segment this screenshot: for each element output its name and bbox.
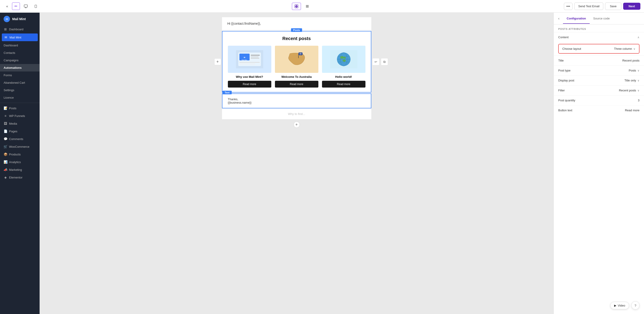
post-type-row[interactable]: Post type Posts ∨ — [554, 66, 644, 75]
video-label: Video — [618, 304, 625, 307]
sidebar-item-campaigns[interactable]: Campaigns — [0, 56, 40, 64]
svg-rect-21 — [240, 62, 260, 63]
help-button[interactable]: ? — [631, 301, 640, 310]
undo-button[interactable]: ↩ — [372, 58, 380, 66]
desktop-button[interactable] — [21, 3, 30, 10]
svg-rect-19 — [251, 56, 259, 57]
add-block-button[interactable]: + — [294, 122, 300, 128]
post-read-more-3[interactable]: Read more — [322, 81, 366, 88]
more-options-button[interactable]: ••• — [564, 3, 573, 10]
toolbar-right: ••• Send Test Email Save Next — [564, 2, 640, 10]
sidebar-item-analytics[interactable]: 📊 Analytics — [0, 158, 40, 166]
main-layout: ✉ Mail Mint ⊞ Dashboard ✉ Mail Mint Dash… — [0, 13, 644, 314]
pencil-button[interactable]: ✏ — [12, 2, 20, 10]
sidebar-item-wpfunnels[interactable]: ≡ WP Funnels — [0, 112, 40, 120]
post-quantity-row: Post quantity 3 — [554, 95, 644, 105]
posts-block-label: Posts — [291, 28, 302, 32]
sidebar-item-contacts[interactable]: Contacts — [0, 49, 40, 56]
sidebar-item-marketing[interactable]: 📣 Marketing — [0, 166, 40, 174]
copy-button[interactable]: ⧉ — [381, 58, 388, 66]
email-greeting: Hi {{contact.firstName}}, — [228, 22, 366, 25]
title-value: Recent posts — [622, 59, 640, 62]
text-content-line2: {{business.name}} — [228, 101, 366, 104]
editor-scroll: Hi {{contact.firstName}}, Posts + ↩ ⧉ Re… — [40, 13, 554, 134]
comments-icon: 💬 — [4, 137, 7, 141]
send-test-email-button[interactable]: Send Test Email — [574, 2, 603, 10]
display-post-row[interactable]: Display post Title only ∨ — [554, 75, 644, 85]
text-view-button[interactable] — [303, 3, 312, 10]
app-icon: ✉ — [4, 16, 10, 22]
app-icon-symbol: ✉ — [6, 18, 8, 21]
tab-configuration[interactable]: Configuration — [563, 14, 590, 24]
panel-back-button[interactable]: ‹ — [557, 16, 560, 22]
post-card-title-2: Welcome To Australia — [281, 75, 312, 78]
sidebar-item-products[interactable]: 📦 Products — [0, 150, 40, 158]
editor-area[interactable]: Hi {{contact.firstName}}, Posts + ↩ ⧉ Re… — [40, 13, 554, 314]
svg-rect-3 — [35, 5, 37, 8]
posts-block[interactable]: Posts + ↩ ⧉ Recent posts — [222, 31, 371, 92]
filter-chevron-icon: ∨ — [638, 89, 640, 92]
block-actions-right: ↩ ⧉ — [372, 58, 388, 66]
svg-rect-0 — [24, 5, 28, 7]
sidebar-item-media[interactable]: 🖼 Media — [0, 120, 40, 127]
sidebar-item-woocommerce[interactable]: 🛒 WooCommerce — [0, 143, 40, 150]
post-quantity-value: 3 — [638, 99, 640, 102]
button-text-value: Read more — [625, 108, 640, 112]
add-block-left-button[interactable]: + — [214, 58, 221, 65]
save-button[interactable]: Save — [605, 2, 621, 10]
woocommerce-icon: 🛒 — [4, 145, 7, 148]
content-label: Content — [558, 36, 569, 39]
display-post-value-text: Title only — [624, 79, 636, 82]
choose-layout-row[interactable]: Choose layout Three column ∨ — [558, 44, 640, 54]
sidebar-item-comments[interactable]: 💬 Comments — [0, 135, 40, 143]
filter-value: Recent posts ∨ — [619, 89, 640, 92]
media-icon: 🖼 — [4, 122, 7, 125]
sidebar-item-dashboard-main[interactable]: ⊞ Dashboard — [0, 25, 40, 33]
toolbar-center — [42, 3, 562, 10]
app-name: Mail Mint — [12, 17, 26, 21]
video-button[interactable]: ▶ Video — [610, 302, 629, 309]
sidebar-item-elementor[interactable]: ◈ Elementor — [0, 174, 40, 181]
top-toolbar: « ✏ ••• Send Test Email Save Next — [0, 0, 644, 13]
sidebar-item-dashboard-sub[interactable]: Dashboard — [0, 42, 40, 49]
filter-row[interactable]: Filter Recent posts ∨ — [554, 85, 644, 95]
pages-icon: 📄 — [4, 130, 7, 133]
content-section-header[interactable]: Content ∧ — [554, 32, 644, 42]
title-row: Title Recent posts — [554, 56, 644, 66]
post-read-more-2[interactable]: Read more — [275, 81, 318, 88]
post-image-2 — [275, 46, 318, 73]
grid-view-button[interactable] — [292, 3, 301, 10]
sidebar-item-mailmint[interactable]: ✉ Mail Mint — [2, 34, 38, 41]
products-icon: 📦 — [4, 152, 7, 156]
back-button[interactable]: « — [4, 3, 11, 10]
sidebar-item-licence[interactable]: Licence — [0, 94, 40, 101]
sidebar-item-settings[interactable]: Settings — [0, 86, 40, 94]
choose-layout-value-text: Three column — [614, 47, 632, 50]
hint-block: Why to find... — [222, 108, 371, 119]
video-play-icon: ▶ — [614, 304, 616, 307]
filter-label: Filter — [558, 89, 565, 92]
sidebar-item-automations[interactable]: Automations — [0, 64, 40, 72]
filter-value-text: Recent posts — [619, 89, 636, 92]
posts-block-inner: Recent posts ✉ Ma — [222, 32, 371, 92]
sidebar: ✉ Mail Mint ⊞ Dashboard ✉ Mail Mint Dash… — [0, 13, 40, 314]
post-card-1: ✉ Mail Mint Why use Mai — [228, 46, 271, 88]
tab-source-code[interactable]: Source code — [590, 14, 614, 24]
sidebar-divider — [0, 103, 40, 103]
sidebar-item-forms[interactable]: Forms — [0, 72, 40, 79]
hint-text: Why to find... — [288, 112, 305, 116]
display-post-chevron-icon: ∨ — [638, 79, 640, 82]
wpfunnels-icon: ≡ — [4, 114, 7, 118]
sidebar-item-abandoned-cart[interactable]: Abandoned Cart — [0, 79, 40, 86]
choose-layout-value: Three column ∨ — [614, 47, 636, 50]
mobile-button[interactable] — [32, 3, 40, 10]
title-label: Title — [558, 59, 564, 62]
button-text-label: Button text — [558, 108, 572, 112]
text-block[interactable]: Text Thanks, {{business.name}} — [222, 94, 371, 108]
post-read-more-1[interactable]: Read more — [228, 81, 271, 88]
sidebar-item-pages[interactable]: 📄 Pages — [0, 127, 40, 135]
sidebar-item-posts[interactable]: 📝 Posts — [0, 104, 40, 112]
dashboard-icon: ⊞ — [4, 27, 7, 31]
next-button[interactable]: Next — [623, 3, 640, 10]
post-quantity-label: Post quantity — [558, 99, 575, 102]
